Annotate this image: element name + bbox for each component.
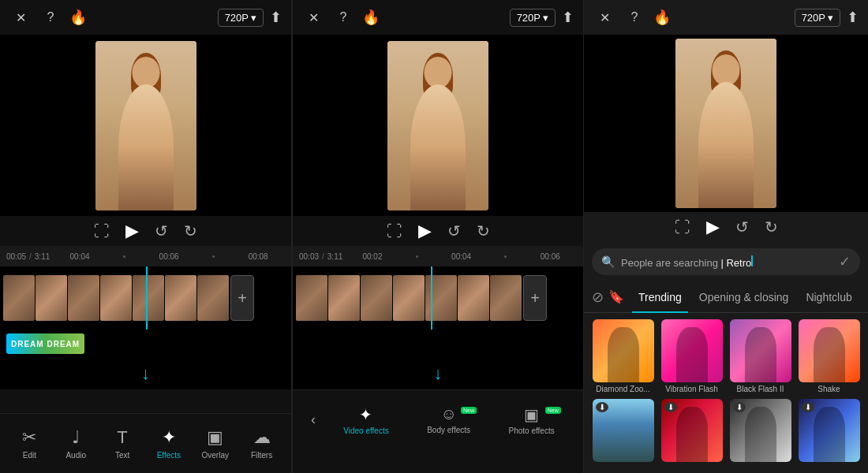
effect-thumb-vibration (661, 319, 723, 382)
effect-thumb-bw: ⬇ (730, 399, 791, 462)
left-total-duration: 3:11 (35, 252, 50, 261)
middle-upload-button[interactable]: ⬆ (562, 9, 574, 26)
middle-undo-button[interactable]: ↺ (447, 222, 461, 240)
filter-tab-nightclub[interactable]: Nightclub (799, 288, 858, 307)
effect-thumb-shake (799, 319, 860, 382)
left-clip-strip (3, 275, 229, 321)
middle-back-button[interactable]: ‹ (302, 403, 324, 438)
download-bw-icon[interactable]: ⬇ (733, 402, 746, 412)
mid-clip-6 (458, 275, 489, 321)
right-play-button[interactable]: ▶ (706, 217, 720, 237)
middle-help-button[interactable]: ? (332, 6, 354, 28)
left-duration: / (29, 252, 32, 261)
middle-down-arrow-icon: ↓ (434, 363, 443, 384)
effect-diamond-zoom[interactable]: Diamond Zoo... (590, 319, 656, 396)
download-red-icon[interactable]: ⬇ (664, 402, 677, 412)
middle-quality-button[interactable]: 720P ▾ (510, 9, 556, 27)
video-effects-icon: ✦ (359, 405, 372, 424)
effect-black-flash-2[interactable]: Black Flash II (728, 319, 793, 396)
effect-thumb-blue: ⬇ (799, 399, 860, 462)
left-effects-strip: DREAM DREAM (0, 330, 291, 358)
download-blue-icon[interactable]: ⬇ (802, 402, 814, 412)
clip-thumb-6 (165, 275, 196, 321)
left-tool-text[interactable]: T Text (99, 417, 146, 471)
left-undo-button[interactable]: ↺ (155, 222, 168, 240)
middle-timecode: 00:03 (299, 252, 319, 261)
middle-play-button[interactable]: ▶ (418, 221, 432, 241)
middle-tool-body-effects[interactable]: ☺ Body effects New (422, 405, 475, 435)
left-timeline[interactable]: 00:05 / 3:11 00:04 00:06 00:08 (0, 246, 291, 266)
middle-timeline[interactable]: 00:03 / 3:11 00:02 00:04 00:06 (293, 246, 583, 266)
left-flame-icon: 🔥 (69, 9, 87, 26)
left-tool-filters[interactable]: ☁ Filters (238, 417, 285, 471)
middle-expand-button[interactable]: ⛶ (387, 222, 402, 240)
left-tool-effects[interactable]: ✦ Effects (145, 417, 192, 471)
left-upload-button[interactable]: ⬆ (270, 9, 282, 26)
mid-clip-2 (328, 275, 360, 321)
right-preview-area (584, 35, 868, 212)
right-redo-button[interactable]: ↻ (765, 218, 778, 236)
middle-tool-photo-effects[interactable]: ▣ Photo effects New (504, 405, 559, 435)
effect-bw-person[interactable]: ⬇ (728, 399, 793, 467)
effect-name-diamond: Diamond Zoo... (596, 385, 649, 393)
effect-vibration-flash[interactable]: Vibration Flash (659, 319, 724, 396)
middle-redo-button[interactable]: ↻ (477, 222, 490, 240)
effect-blue-person[interactable]: ⬇ (796, 399, 862, 467)
middle-close-button[interactable]: ✕ (302, 6, 324, 28)
clip-thumb-1 (3, 275, 35, 321)
search-cursor (751, 255, 753, 266)
middle-marker-1: 00:02 (362, 252, 382, 261)
mid-clip-1 (296, 275, 327, 321)
left-tool-edit[interactable]: ✂ Edit (6, 417, 53, 471)
left-quality-button[interactable]: 720P ▾ (218, 9, 264, 27)
filter-tab-bookmark[interactable]: 🔖 (608, 289, 624, 304)
left-marker-3: 00:08 (249, 252, 268, 261)
effect-thumb-diamond (593, 319, 654, 382)
photo-effects-label: Photo effects (509, 426, 555, 435)
middle-tool-video-effects[interactable]: ✦ Video effects (339, 405, 393, 435)
filter-tab-ban[interactable]: ⊘ (592, 289, 604, 306)
left-add-clip-button[interactable]: + (230, 275, 254, 321)
left-arrow-area: ↓ (0, 358, 291, 389)
right-topbar: ✕ ? 🔥 720P ▾ ⬆ (584, 0, 868, 35)
left-bottom-toolbar: ✂ Edit ♩ Audio T Text ✦ Effects ▣ Overla… (0, 413, 291, 473)
right-expand-button[interactable]: ⛶ (675, 218, 690, 236)
filter-tab-opening-closing[interactable]: Opening & closing (693, 288, 795, 307)
left-down-arrow-icon: ↓ (141, 363, 150, 384)
right-close-button[interactable]: ✕ (593, 6, 615, 28)
right-quality-button[interactable]: 720P ▾ (795, 9, 840, 27)
effect-thumb-red: ⬇ (661, 399, 723, 462)
effect-shake[interactable]: Shake (796, 319, 862, 396)
right-upload-button[interactable]: ⬆ (847, 9, 859, 26)
middle-add-clip-button[interactable]: + (523, 275, 547, 321)
left-close-button[interactable]: ✕ (9, 6, 32, 28)
left-tool-overlay[interactable]: ▣ Overlay (192, 417, 238, 471)
audio-icon: ♩ (72, 427, 80, 448)
left-tool-audio[interactable]: ♩ Audio (53, 417, 99, 471)
text-icon: T (117, 427, 127, 448)
effect-red-person[interactable]: ⬇ (659, 399, 724, 467)
middle-controls-bar: ⛶ ▶ ↺ ↻ (293, 216, 583, 246)
effects-label: Effects (157, 451, 181, 460)
search-confirm-button[interactable]: ✓ (839, 253, 851, 270)
middle-clips-area[interactable]: + (293, 266, 583, 330)
left-marker-1: 00:04 (70, 252, 90, 261)
mid-clip-4 (393, 275, 425, 321)
left-help-button[interactable]: ? (39, 6, 62, 28)
filters-label: Filters (251, 451, 272, 460)
filter-tab-trending[interactable]: Trending (632, 288, 688, 307)
body-effects-label: Body effects (427, 426, 470, 434)
effect-city[interactable]: ⬇ (590, 399, 656, 467)
right-search-bar[interactable]: 🔍 People are searching | Retro ✓ (592, 248, 860, 275)
right-help-button[interactable]: ? (623, 6, 645, 28)
clip-thumb-7 (197, 275, 229, 321)
effect-name-blackflash: Black Flash II (736, 385, 784, 393)
middle-bottom-bar: ‹ ✦ Video effects ☺ Body effects New ▣ P… (293, 389, 583, 449)
left-play-button[interactable]: ▶ (125, 221, 139, 241)
left-redo-button[interactable]: ↻ (184, 222, 197, 240)
effect-thumb-city: ⬇ (593, 399, 654, 462)
download-city-icon[interactable]: ⬇ (596, 402, 608, 412)
middle-preview-area (293, 35, 583, 216)
right-undo-button[interactable]: ↺ (735, 218, 749, 236)
left-expand-button[interactable]: ⛶ (94, 222, 110, 240)
